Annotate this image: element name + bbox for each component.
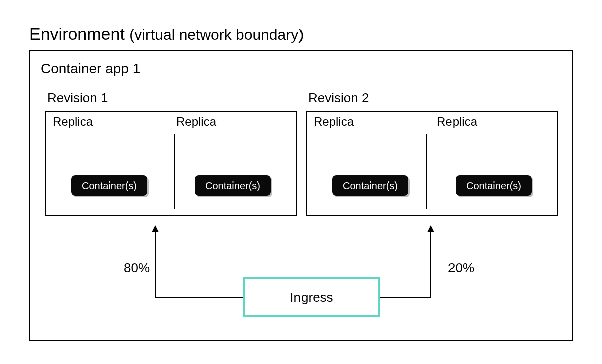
ingress-label: Ingress [290, 290, 333, 305]
container-app-label: Container app 1 [41, 61, 140, 77]
traffic-percent-rev2: 20% [448, 260, 474, 276]
replica-label: Replica [314, 115, 354, 129]
arrow-head-icon [152, 225, 159, 232]
ingress-box: Ingress [243, 277, 380, 317]
arrow-to-rev2 [380, 231, 431, 297]
arrow-to-rev1 [155, 231, 243, 297]
revision-2-box: Replica Replica Container(s) Container(s… [306, 111, 558, 216]
container-app-box: Revision 1 Replica Replica Container(s) … [40, 86, 565, 224]
revision-1-label: Revision 1 [47, 90, 108, 106]
revision-1-box: Replica Replica Container(s) Container(s… [45, 111, 297, 216]
title-main: Environment [29, 24, 125, 43]
container-pill: Container(s) [456, 175, 532, 196]
arrow-head-icon [427, 225, 434, 232]
replica-box: Container(s) [174, 134, 289, 209]
title-sub: (virtual network boundary) [129, 26, 304, 43]
diagram-title: Environment (virtual network boundary) [29, 24, 304, 44]
container-pill: Container(s) [71, 175, 147, 196]
replica-box: Container(s) [435, 134, 550, 209]
container-pill: Container(s) [195, 175, 271, 196]
replica-label: Replica [437, 115, 477, 129]
replica-box: Container(s) [312, 134, 427, 209]
traffic-percent-rev1: 80% [124, 260, 150, 276]
environment-box: Container app 1 Revision 1 Replica Repli… [29, 50, 573, 341]
revision-2-label: Revision 2 [308, 90, 369, 106]
replica-box: Container(s) [51, 134, 166, 209]
container-pill: Container(s) [332, 175, 408, 196]
replica-label: Replica [176, 115, 216, 129]
replica-label: Replica [53, 115, 93, 129]
